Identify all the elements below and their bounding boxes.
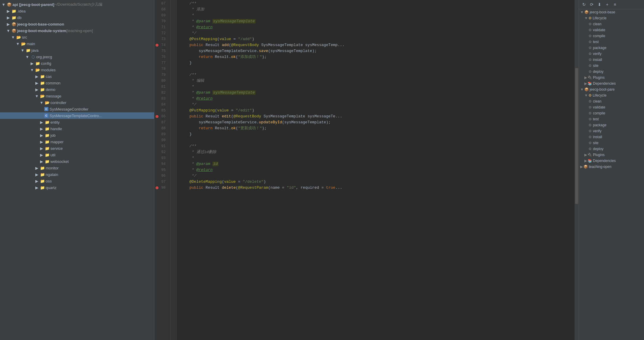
tree-item-handle[interactable]: ▶📁handle bbox=[0, 125, 154, 132]
maven-expand-icon: ▼ bbox=[580, 87, 584, 92]
maven-item-validate1[interactable]: ⚙validate bbox=[579, 27, 644, 33]
java-icon: C bbox=[44, 107, 49, 111]
tree-item-service[interactable]: ▶📁service bbox=[0, 145, 154, 152]
scrollbar[interactable] bbox=[575, 0, 579, 340]
line-number-text: 67 bbox=[161, 1, 166, 7]
scroll-thumb[interactable] bbox=[575, 68, 578, 204]
tree-item-label: modules bbox=[41, 68, 55, 72]
tree-item-modules[interactable]: ▼📂modules bbox=[0, 67, 154, 73]
tree-item-SysMessageController[interactable]: CSysMessageController bbox=[0, 106, 154, 112]
breakpoint-marker[interactable] bbox=[156, 186, 158, 189]
tree-item-module-system[interactable]: ▼📦jeecg-boot-module-system [teaching-ope… bbox=[0, 27, 154, 34]
code-line-69: * bbox=[180, 12, 575, 18]
tree-item-entity[interactable]: ▶📁entity bbox=[0, 119, 154, 125]
tree-item-monitor[interactable]: ▶📁monitor bbox=[0, 165, 154, 171]
code-line-95: * @return bbox=[180, 167, 575, 173]
maven-item-jeecg-boot-pare[interactable]: ▼📦jeecg-boot-pare bbox=[579, 86, 644, 92]
maven-item-install1[interactable]: ⚙install bbox=[579, 57, 644, 63]
tree-item-label: handle bbox=[50, 127, 62, 131]
tree-item-java[interactable]: ▼📁java bbox=[0, 47, 154, 53]
maven-item-plugins2[interactable]: ▶🔌Plugins bbox=[579, 152, 644, 158]
maven-item-compile1[interactable]: ⚙compile bbox=[579, 33, 644, 39]
maven-item-test1[interactable]: ⚙test bbox=[579, 39, 644, 45]
line-num-89: 89 bbox=[154, 131, 168, 137]
tree-item-sublabel: ~/Downloads/Scratch少儿编 bbox=[54, 2, 102, 7]
tree-item-src[interactable]: ▼📂src bbox=[0, 34, 154, 40]
maven-item-dependencies2[interactable]: ▶📚Dependencies bbox=[579, 158, 644, 164]
module-expand-icon: ▶ bbox=[6, 22, 11, 26]
tree-item-ngalain[interactable]: ▶📁ngalain bbox=[0, 171, 154, 178]
maven-lifecycle-item-icon: ⚙ bbox=[589, 40, 592, 44]
more-icon[interactable]: ≡ bbox=[612, 1, 618, 8]
tree-item-demo[interactable]: ▶📁demo bbox=[0, 86, 154, 93]
code-text: sysMessageTemplateService.save(sysMessag… bbox=[180, 48, 317, 54]
plus-icon[interactable]: + bbox=[604, 1, 610, 8]
folder-icon: 📂 bbox=[40, 94, 45, 98]
maven-panel: ↻ ⟳ ⬇ + ≡ ▼📦jeecg-boot-base▼⚙Lifecycle⚙c… bbox=[579, 0, 644, 340]
maven-item-install2[interactable]: ⚙install bbox=[579, 134, 644, 140]
line-number-text: 86 bbox=[161, 114, 166, 119]
maven-expand-icon: ▶ bbox=[580, 165, 583, 169]
maven-item-clean2[interactable]: ⚙clean bbox=[579, 98, 644, 104]
maven-item-jeecg-boot-base[interactable]: ▼📦jeecg-boot-base bbox=[579, 9, 644, 15]
tree-item-quartz[interactable]: ▶📁quartz bbox=[0, 184, 154, 191]
maven-item-validate2[interactable]: ⚙validate bbox=[579, 104, 644, 110]
refresh-icon[interactable]: ↻ bbox=[581, 1, 587, 8]
code-text: public Result edit(@RequestBody SysMessa… bbox=[180, 114, 342, 119]
breakpoint-marker[interactable] bbox=[156, 44, 158, 47]
breakpoint-marker[interactable] bbox=[156, 115, 158, 118]
tree-item-websocket[interactable]: ▶📁websocket bbox=[0, 158, 154, 165]
maven-item-dependencies1[interactable]: ▶📚Dependencies bbox=[579, 81, 644, 86]
line-number-text: 76 bbox=[161, 54, 166, 60]
tree-item-main[interactable]: ▼📂main bbox=[0, 40, 154, 47]
line-numbers: 6768697071727374757677787980818283848586… bbox=[154, 0, 171, 340]
download-icon[interactable]: ⬇ bbox=[596, 1, 603, 8]
tree-item-base-common[interactable]: ▶📦jeecg-boot-base-common bbox=[0, 21, 154, 27]
maven-item-teaching-open[interactable]: ▶📦teaching-open bbox=[579, 164, 644, 170]
tree-item-cas[interactable]: ▶📁cas bbox=[0, 73, 154, 80]
folder-icon: 📁 bbox=[40, 179, 45, 183]
tree-item-SysMessageTemplateController[interactable]: CSysMessageTemplateContro... bbox=[0, 112, 154, 119]
maven-item-clean1[interactable]: ⚙clean bbox=[579, 21, 644, 27]
maven-item-site2[interactable]: ⚙site bbox=[579, 140, 644, 146]
maven-item-lifecycle1[interactable]: ▼⚙Lifecycle bbox=[579, 15, 644, 21]
maven-item-deploy2[interactable]: ⚙deploy bbox=[579, 146, 644, 152]
gutter bbox=[171, 0, 177, 340]
maven-lifecycle-item-icon: ⚙ bbox=[589, 141, 592, 145]
maven-item-compile2[interactable]: ⚙compile bbox=[579, 110, 644, 116]
maven-lifecycle-item-icon: ⚙ bbox=[589, 117, 592, 121]
tree-item-controller[interactable]: ▼📂controller bbox=[0, 99, 154, 106]
tree-item-label: SysMessageController bbox=[50, 107, 88, 111]
tree-item-orgjeecg[interactable]: ▼⬡org.jeecg bbox=[0, 53, 154, 60]
maven-item-deploy1[interactable]: ⚙deploy bbox=[579, 69, 644, 75]
code-content[interactable]: /** * 添加 * * @param sysMessageTemplate *… bbox=[177, 0, 575, 340]
tree-item-message[interactable]: ▼📂message bbox=[0, 93, 154, 99]
maven-item-verify1[interactable]: ⚙verify bbox=[579, 51, 644, 57]
reload-icon[interactable]: ⟳ bbox=[589, 1, 595, 8]
maven-item-lifecycle2[interactable]: ▼⚙Lifecycle bbox=[579, 92, 644, 98]
tree-item-api[interactable]: ▼📦api [jeecg-boot-parent] ~/Downloads/Sc… bbox=[0, 1, 154, 8]
tree-item-util[interactable]: ▶📁util bbox=[0, 152, 154, 158]
tree-item-db[interactable]: ▶📁db bbox=[0, 14, 154, 21]
folder-icon: 📁 bbox=[45, 139, 50, 144]
line-number-text: 87 bbox=[161, 119, 166, 125]
maven-item-package1[interactable]: ⚙package bbox=[579, 45, 644, 51]
tree-item-mapper[interactable]: ▶📁mapper bbox=[0, 138, 154, 145]
code-line-70: * @param sysMessageTemplate bbox=[180, 18, 575, 24]
tree-item-job[interactable]: ▶📁job bbox=[0, 132, 154, 138]
tree-item-label: util bbox=[50, 153, 55, 157]
maven-item-site1[interactable]: ⚙site bbox=[579, 63, 644, 69]
maven-item-package2[interactable]: ⚙package bbox=[579, 122, 644, 128]
tree-item-common[interactable]: ▶📁common bbox=[0, 80, 154, 86]
tree-item-idea[interactable]: ▶📁.idea bbox=[0, 8, 154, 14]
tree-item-config[interactable]: ▶📁config bbox=[0, 60, 154, 67]
maven-item-verify2[interactable]: ⚙verify bbox=[579, 128, 644, 134]
maven-item-plugins1[interactable]: ▶🔌Plugins bbox=[579, 75, 644, 81]
folder-expand-icon: ▼ bbox=[15, 41, 20, 46]
folder-icon: 📁 bbox=[45, 159, 50, 164]
maven-item-label: validate bbox=[593, 105, 605, 109]
maven-item-test2[interactable]: ⚙test bbox=[579, 116, 644, 122]
line-number-text: 70 bbox=[161, 18, 166, 24]
maven-item-label: compile bbox=[593, 111, 605, 115]
tree-item-oss[interactable]: ▶📁oss bbox=[0, 178, 154, 184]
